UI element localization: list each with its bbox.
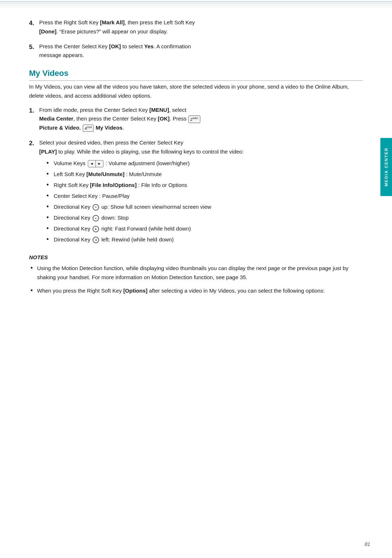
bullet-dir-right: • Directional Key right: Fast Forward (w… bbox=[46, 224, 363, 233]
step-1-bold-e: My Videos bbox=[95, 125, 122, 131]
step-5-line2: message appears. bbox=[39, 52, 84, 58]
bullet-content-dir-down: Directional Key down: Stop bbox=[54, 213, 363, 222]
notes-heading: NOTES bbox=[29, 254, 363, 260]
step-1-text-c: , then press the Center Select Key bbox=[73, 115, 158, 122]
directional-key-left-icon bbox=[93, 237, 99, 243]
step-1-key-2: 2ABC bbox=[188, 115, 200, 123]
step-1-text-b: , select bbox=[169, 107, 187, 113]
bullet-dir-down: • Directional Key down: Stop bbox=[46, 213, 363, 222]
step-2-bold-a: [PLAY] bbox=[39, 148, 57, 155]
step-4-text-a: Press the Right Soft Key bbox=[39, 19, 100, 25]
page-number: 81 bbox=[364, 541, 370, 547]
bullet-mute: • Left Soft Key [Mute/Unmute] : Mute/Unm… bbox=[46, 170, 363, 179]
note-2-text-b: after selecting a video in My Videos, yo… bbox=[147, 288, 324, 294]
my-videos-heading: My Videos bbox=[29, 69, 363, 81]
vol-key-right-icon: ► bbox=[96, 160, 103, 167]
volume-keys-icon: ◄ ► bbox=[88, 160, 103, 167]
bullet-content-vol: Volume Keys ◄ ► : Volume adjustment (low… bbox=[54, 159, 363, 168]
mute-text-a: Left Soft Key bbox=[54, 171, 86, 177]
fileinfo-text-a: Right Soft Key bbox=[54, 182, 90, 188]
step-2-text-b: to play. While the video is playing, use… bbox=[57, 148, 244, 155]
note-2-dot: • bbox=[30, 286, 37, 295]
bullet-dir-up: • Directional Key up: Show full screen v… bbox=[46, 203, 363, 211]
notes-list: • Using the Motion Detection function, w… bbox=[30, 264, 363, 295]
step-4-text-c: [Done] bbox=[39, 28, 57, 34]
bullet-center: • Center Select Key : Pause/Play bbox=[46, 192, 363, 200]
step-1-number: 1. bbox=[29, 106, 39, 133]
step-1-text-d: . Press bbox=[170, 115, 188, 122]
bullet-content-mute: Left Soft Key [Mute/Unmute] : Mute/Unmut… bbox=[54, 170, 363, 179]
directional-key-down-icon bbox=[93, 215, 99, 221]
step-4-content: Press the Right Soft Key [Mark All], the… bbox=[39, 18, 363, 36]
step-4-number: 4. bbox=[29, 18, 39, 36]
center-text-a: Center Select Key : Pause/Play bbox=[54, 193, 130, 199]
vol-text-b: : Volume adjustment (lower/higher) bbox=[106, 160, 190, 166]
note-2: • When you press the Right Soft Key [Opt… bbox=[30, 286, 363, 296]
step-5-bold-b: Yes bbox=[144, 43, 154, 49]
directional-key-up-icon bbox=[93, 204, 99, 211]
step-4: 4. Press the Right Soft Key [Mark All], … bbox=[29, 18, 363, 36]
step-1-bold-d: Picture & Video bbox=[39, 125, 79, 131]
bullet-content-center: Center Select Key : Pause/Play bbox=[54, 192, 363, 200]
vol-key-left-icon: ◄ bbox=[88, 160, 96, 167]
bullet-dot-dir-right: • bbox=[46, 224, 52, 233]
bullet-content-dir-left: Directional Key left: Rewind (while held… bbox=[54, 235, 363, 244]
dir-right-text-a: Directional Key bbox=[54, 225, 92, 232]
note-1-dot: • bbox=[30, 264, 37, 272]
page-container: MEDIA CENTER 4. Press the Right Soft Key… bbox=[0, 0, 392, 558]
vol-text-a: Volume Keys bbox=[54, 160, 87, 166]
step-1-bold-b: Media Center bbox=[39, 115, 73, 122]
step-5-number: 5. bbox=[29, 42, 39, 60]
step-1-content: From idle mode, press the Center Select … bbox=[39, 106, 363, 133]
notes-section: NOTES • Using the Motion Detection funct… bbox=[29, 254, 363, 295]
video-control-bullets: • Volume Keys ◄ ► : Volume adjustment (l… bbox=[46, 159, 363, 244]
step-4-text-d: . “Erase pictures?” will appear on your … bbox=[57, 28, 168, 34]
note-1-content: Using the Motion Detection function, whi… bbox=[37, 264, 363, 282]
step-2-content: Select your desired video, then press th… bbox=[39, 138, 363, 247]
bullet-dot-fileinfo: • bbox=[46, 181, 52, 189]
bullet-content-dir-up: Directional Key up: Show full screen vie… bbox=[54, 203, 363, 211]
main-content: 4. Press the Right Soft Key [Mark All], … bbox=[29, 18, 363, 296]
bullet-dot-dir-left: • bbox=[46, 235, 52, 244]
step-2-number: 2. bbox=[29, 138, 39, 247]
dir-left-text-b: left: Rewind (while held down) bbox=[101, 236, 173, 243]
bullet-dot-dir-down: • bbox=[46, 213, 52, 222]
sidebar-tab: MEDIA CENTER bbox=[380, 138, 392, 196]
bullet-dir-left: • Directional Key left: Rewind (while he… bbox=[46, 235, 363, 244]
step-5-text-c: . A confirmation bbox=[154, 43, 191, 49]
dir-right-text-b: right: Fast Forward (while held down) bbox=[101, 225, 191, 232]
step-5-content: Press the Center Select Key [OK] to sele… bbox=[39, 42, 363, 60]
step-1-bold-a: [MENU] bbox=[149, 107, 169, 113]
mute-bold-a: [Mute/Unmute] bbox=[86, 171, 124, 177]
bullet-dot-dir-up: • bbox=[46, 203, 52, 211]
note-1: • Using the Motion Detection function, w… bbox=[30, 264, 363, 282]
dir-up-text-b: up: Show full screen view/normal screen … bbox=[101, 204, 211, 210]
bullet-vol: • Volume Keys ◄ ► : Volume adjustment (l… bbox=[46, 159, 363, 168]
step-4-text-b: , then press the Left Soft Key bbox=[124, 19, 195, 25]
note-2-content: When you press the Right Soft Key [Optio… bbox=[37, 286, 363, 296]
my-videos-step-2: 2. Select your desired video, then press… bbox=[29, 138, 363, 247]
fileinfo-bold-a: [File Info/Options] bbox=[90, 182, 136, 188]
my-videos-description: In My Videos, you can view all the video… bbox=[29, 82, 363, 101]
fileinfo-text-b: : File Info or Options bbox=[136, 182, 187, 188]
step-1-key-4: 4GHI bbox=[83, 125, 94, 132]
step-1-bold-c: [OK] bbox=[158, 115, 170, 122]
bullet-dot-vol: • bbox=[46, 159, 52, 167]
note-2-bold: [Options] bbox=[123, 288, 148, 294]
bullet-dot-center: • bbox=[46, 192, 52, 200]
bullet-content-dir-right: Directional Key right: Fast Forward (whi… bbox=[54, 224, 363, 233]
top-decorative-lines bbox=[0, 0, 392, 10]
my-videos-section: My Videos In My Videos, you can view all… bbox=[29, 69, 363, 247]
dir-up-text-a: Directional Key bbox=[54, 204, 92, 210]
step-5-text-b: to select bbox=[121, 43, 144, 49]
step-4-bold-a: [Mark All] bbox=[100, 19, 125, 25]
step-1-text-a: From idle mode, press the Center Select … bbox=[39, 107, 149, 113]
step-5-bold-a: [OK] bbox=[109, 43, 121, 49]
step-2-text-a: Select your desired video, then press th… bbox=[39, 139, 183, 146]
dir-left-text-a: Directional Key bbox=[54, 236, 92, 243]
bullet-dot-mute: • bbox=[46, 170, 52, 178]
sidebar-tab-label: MEDIA CENTER bbox=[384, 147, 388, 186]
step-5-text-a: Press the Center Select Key bbox=[39, 43, 109, 49]
step-5: 5. Press the Center Select Key [OK] to s… bbox=[29, 42, 363, 60]
bullet-content-fileinfo: Right Soft Key [File Info/Options] : Fil… bbox=[54, 181, 363, 190]
